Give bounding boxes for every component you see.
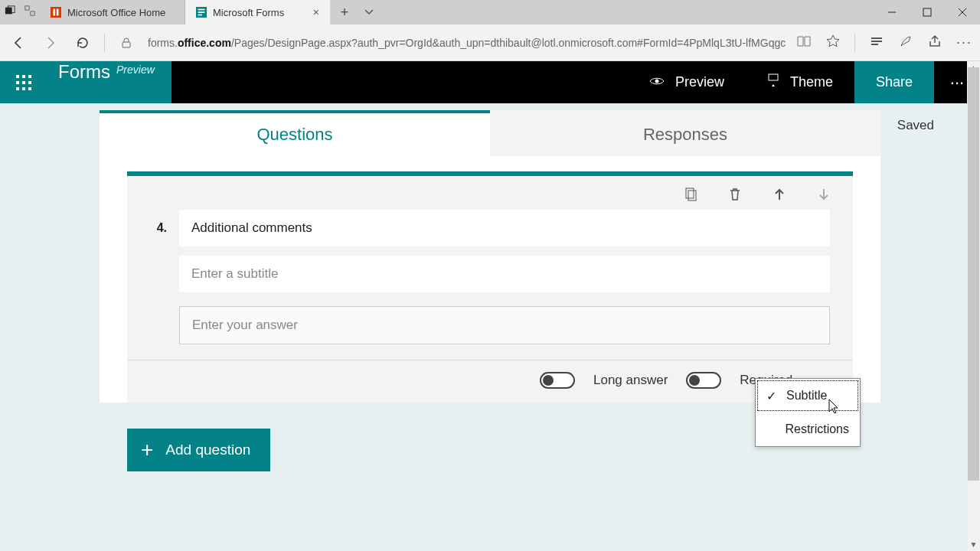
answer-preview: Enter your answer	[179, 306, 830, 344]
theme-button[interactable]: Theme	[746, 61, 854, 103]
preview-label: Preview	[675, 74, 724, 90]
app-name: Forms	[58, 61, 110, 83]
waffle-icon	[16, 75, 31, 90]
svg-rect-12	[923, 8, 931, 16]
tab-responses[interactable]: Responses	[490, 110, 880, 156]
forms-icon	[196, 7, 207, 18]
browser-tab-office-home[interactable]: Microsoft Office Home	[40, 0, 185, 24]
tab-title: Microsoft Office Home	[67, 7, 165, 18]
menu-item-subtitle-label: Subtitle	[786, 389, 827, 403]
lock-icon[interactable]	[116, 32, 137, 54]
svg-point-19	[655, 80, 658, 83]
browser-tab-forms[interactable]: Microsoft Forms ×	[185, 0, 331, 24]
question-number: 4.	[150, 221, 167, 235]
close-tab-icon[interactable]: ×	[313, 6, 319, 18]
forward-button[interactable]	[40, 32, 61, 54]
tab-questions-label: Questions	[256, 125, 332, 145]
share-page-icon[interactable]	[927, 34, 942, 52]
office-icon	[51, 7, 61, 18]
add-question-label: Add question	[165, 442, 250, 458]
svg-rect-4	[51, 7, 61, 18]
task-icon[interactable]	[5, 5, 15, 19]
question-subtitle-input[interactable]	[179, 256, 830, 292]
svg-rect-22	[688, 191, 696, 201]
answer-placeholder-text: Enter your answer	[192, 318, 298, 333]
window-close-button[interactable]	[945, 0, 980, 24]
reading-view-icon[interactable]	[796, 34, 812, 52]
theme-label: Theme	[790, 74, 833, 90]
preview-button[interactable]: Preview	[628, 61, 746, 103]
refresh-button[interactable]	[72, 32, 93, 54]
app-launcher-button[interactable]	[0, 61, 47, 103]
delete-question-icon[interactable]	[727, 187, 743, 205]
move-down-icon[interactable]	[816, 187, 831, 205]
favorite-icon[interactable]	[825, 34, 841, 52]
save-status: Saved	[897, 118, 934, 133]
svg-rect-6	[57, 9, 59, 16]
tabs-chevron-down-icon[interactable]	[358, 0, 380, 24]
share-label: Share	[876, 74, 913, 90]
scrollbar-thumb[interactable]	[968, 67, 979, 481]
plus-icon: +	[141, 438, 153, 462]
svg-rect-20	[769, 74, 778, 80]
paint-icon	[767, 73, 779, 91]
add-question-button[interactable]: + Add question	[127, 429, 270, 471]
check-icon: ✓	[766, 389, 777, 403]
move-up-icon[interactable]	[772, 187, 787, 205]
svg-rect-21	[686, 188, 694, 198]
question-options-menu: ✓ Subtitle Restrictions	[755, 378, 861, 447]
scroll-down-icon[interactable]: ▼	[967, 538, 980, 551]
app-header: Forms Preview Preview Theme Share ···	[0, 61, 980, 103]
browser-more-icon[interactable]: ···	[956, 34, 972, 51]
back-button[interactable]	[8, 32, 29, 54]
browser-address-bar: forms.office.com/Pages/DesignPage.aspx?a…	[0, 24, 980, 61]
svg-rect-15	[122, 42, 130, 47]
required-toggle[interactable]	[686, 372, 721, 389]
question-title-input[interactable]	[179, 210, 830, 246]
share-button[interactable]: Share	[854, 61, 934, 103]
tab-responses-label: Responses	[643, 125, 727, 145]
app-badge: Preview	[116, 64, 155, 76]
hub-icon[interactable]	[869, 34, 884, 52]
svg-rect-2	[25, 6, 29, 10]
tab-title: Microsoft Forms	[213, 7, 284, 18]
long-answer-toggle[interactable]	[540, 372, 575, 389]
copy-question-icon[interactable]	[683, 187, 698, 205]
menu-item-restrictions-label: Restrictions	[785, 422, 849, 436]
form-panel: Questions Responses 4. Enter your answer…	[100, 110, 880, 403]
eye-icon	[649, 74, 665, 90]
question-card: 4. Enter your answer Long answer Require…	[127, 171, 853, 403]
window-minimize-button[interactable]	[874, 0, 910, 24]
tab-questions[interactable]: Questions	[100, 110, 490, 156]
notes-icon[interactable]	[898, 34, 913, 52]
window-titlebar: Microsoft Office Home Microsoft Forms × …	[0, 0, 980, 24]
menu-item-subtitle[interactable]: ✓ Subtitle	[756, 379, 860, 412]
menu-item-restrictions[interactable]: Restrictions	[756, 412, 860, 446]
window-maximize-button[interactable]	[910, 0, 945, 24]
url-display[interactable]: forms.office.com/Pages/DesignPage.aspx?a…	[148, 37, 786, 49]
forms-logo[interactable]: Forms Preview	[47, 61, 172, 103]
svg-rect-8	[198, 9, 205, 11]
svg-rect-3	[31, 11, 34, 15]
long-answer-label: Long answer	[593, 373, 668, 388]
new-tab-button[interactable]: +	[331, 0, 358, 24]
vertical-scrollbar[interactable]: ▲ ▼	[967, 61, 980, 551]
task-switch-icon[interactable]	[24, 5, 35, 19]
svg-rect-10	[198, 15, 202, 16]
svg-rect-9	[198, 11, 205, 13]
svg-rect-5	[54, 9, 56, 16]
